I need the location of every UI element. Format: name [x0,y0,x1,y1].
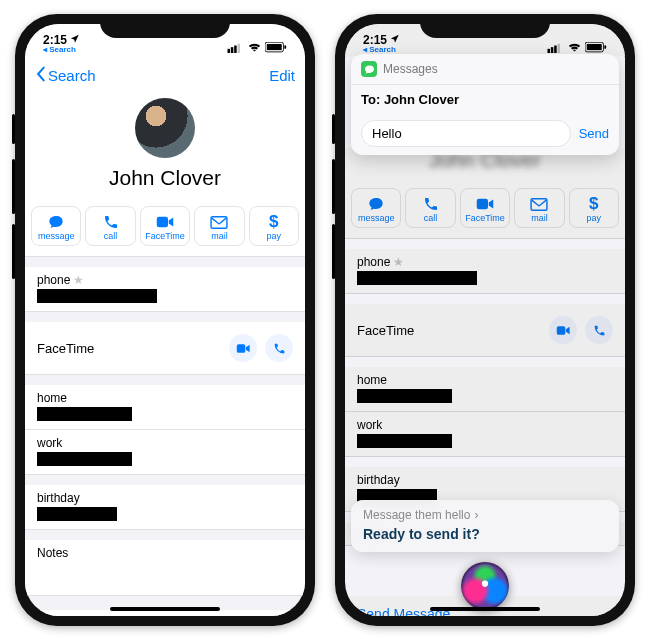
svg-rect-17 [477,199,488,210]
facetime-audio-button[interactable] [585,316,613,344]
star-icon: ★ [73,273,84,287]
svg-rect-1 [231,47,234,53]
phone-label: phone [357,255,390,269]
svg-rect-2 [234,45,237,53]
birthday-label: birthday [357,473,400,487]
phone-icon [423,195,439,213]
mail-button[interactable]: mail [514,188,564,228]
home-value-redacted [357,389,452,403]
chevron-left-icon [35,66,46,85]
home-value-redacted [37,407,132,421]
svg-rect-10 [548,49,551,53]
facetime-field-label: FaceTime [357,323,414,338]
action-row: message call FaceTime mail $pay [345,184,625,239]
siri-suggestion-card[interactable]: Message them hello› Ready to send it? [351,500,619,552]
home-cell[interactable]: home [345,367,625,412]
contact-name: John Clover [25,166,305,190]
mail-icon [210,213,228,231]
notes-label: Notes [37,546,68,560]
mail-label: mail [211,231,228,241]
svg-rect-16 [604,46,606,50]
avatar[interactable] [135,98,195,158]
facetime-button[interactable]: FaceTime [140,206,190,246]
facetime-field-label: FaceTime [37,341,94,356]
message-label: message [38,231,75,241]
svg-rect-11 [551,47,554,53]
status-back-app[interactable]: ◂ Search [43,46,76,54]
facetime-audio-button[interactable] [265,334,293,362]
nav-back-label: Search [48,67,96,84]
banner-to-label: To: [361,92,380,107]
message-button[interactable]: message [351,188,401,228]
nav-back[interactable]: Search [35,66,96,85]
mail-button[interactable]: mail [194,206,244,246]
message-button[interactable]: message [31,206,81,246]
mail-icon [530,195,548,213]
home-indicator[interactable] [110,607,220,611]
facetime-button[interactable]: FaceTime [460,188,510,228]
work-cell[interactable]: work [25,430,305,475]
notch [100,14,230,38]
facetime-video-button[interactable] [549,316,577,344]
siri-orb[interactable] [461,562,509,610]
svg-rect-8 [211,216,227,228]
phone-cell[interactable]: phone★ [345,249,625,294]
home-label: home [357,373,387,387]
mail-label: mail [531,213,548,223]
messages-banner[interactable]: Messages To: John Clover Hello Send [351,54,619,155]
siri-hint-text: Message them hello [363,508,470,522]
work-cell[interactable]: work [345,412,625,457]
phone-value-redacted [37,289,157,303]
birthday-label: birthday [37,491,80,505]
svg-rect-12 [554,45,557,53]
status-back-app[interactable]: ◂ Search [363,46,396,54]
svg-rect-5 [267,44,282,50]
notch [420,14,550,38]
message-icon [367,195,385,213]
facetime-label: FaceTime [145,231,185,241]
work-label: work [357,418,382,432]
call-button[interactable]: call [85,206,135,246]
phone-cell[interactable]: phone★ [25,267,305,312]
home-indicator[interactable] [430,607,540,611]
pay-label: pay [267,231,282,241]
work-label: work [37,436,62,450]
home-cell[interactable]: home [25,385,305,430]
action-row: message call FaceTime mail $ pay [25,202,305,257]
dollar-icon: $ [269,213,278,231]
svg-rect-3 [238,44,241,53]
svg-rect-0 [228,49,231,53]
chevron-right-icon: › [474,508,478,522]
phone-icon [103,213,119,231]
screen-right: 2:15 ◂ Search Messages To: John Clover H [345,24,625,616]
nav-edit[interactable]: Edit [269,67,295,84]
screen-left: 2:15 ◂ Search Search Edit [25,24,305,616]
svg-rect-13 [558,44,561,53]
notes-cell[interactable]: Notes [25,540,305,596]
send-button[interactable]: Send [579,126,609,141]
message-draft-bubble[interactable]: Hello [361,120,571,147]
star-icon: ★ [393,255,404,269]
svg-rect-6 [284,46,286,50]
contact-header: John Clover [25,94,305,202]
siri-prompt-text: Ready to send it? [363,526,607,542]
call-label: call [424,213,438,223]
pay-label: pay [587,213,602,223]
message-icon [47,213,65,231]
svg-rect-9 [236,344,245,353]
facetime-video-button[interactable] [229,334,257,362]
pay-button[interactable]: $ pay [249,206,299,246]
svg-rect-7 [157,217,168,228]
banner-to-name: John Clover [384,92,459,107]
status-indicators [547,40,607,54]
pay-button[interactable]: $pay [569,188,619,228]
phone-label: phone [37,273,70,287]
birthday-cell[interactable]: birthday [25,485,305,530]
work-value-redacted [357,434,452,448]
phone-right: 2:15 ◂ Search Messages To: John Clover H [335,14,635,626]
video-icon [476,195,494,213]
birthday-value-redacted [37,507,117,521]
phone-value-redacted [357,271,477,285]
call-button[interactable]: call [405,188,455,228]
phone-left: 2:15 ◂ Search Search Edit [15,14,315,626]
